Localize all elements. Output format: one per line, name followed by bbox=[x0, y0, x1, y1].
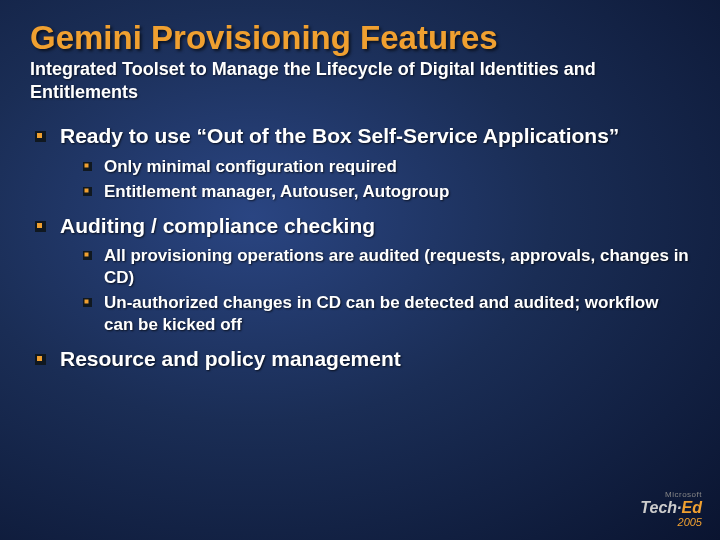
bullet-icon bbox=[83, 298, 92, 307]
list-item: Auditing / compliance checking All provi… bbox=[35, 213, 690, 337]
slide-title: Gemini Provisioning Features bbox=[30, 20, 690, 56]
main-bullet-list: Ready to use “Out of the Box Self-Servic… bbox=[30, 123, 690, 372]
svg-rect-9 bbox=[85, 252, 89, 256]
svg-rect-1 bbox=[37, 133, 42, 138]
list-item: Resource and policy management bbox=[35, 346, 690, 372]
list-item: Ready to use “Out of the Box Self-Servic… bbox=[35, 123, 690, 202]
svg-rect-13 bbox=[37, 356, 42, 361]
bullet-icon bbox=[83, 187, 92, 196]
bullet-icon bbox=[83, 162, 92, 171]
svg-rect-3 bbox=[85, 163, 89, 167]
bullet-text: Resource and policy management bbox=[60, 346, 401, 372]
logo-text-a: Tech· bbox=[640, 499, 681, 516]
list-item: Only minimal configuration required bbox=[83, 156, 690, 178]
bullet-text: Only minimal configuration required bbox=[104, 156, 397, 178]
bullet-text: Un-authorized changes in CD can be detec… bbox=[104, 292, 690, 336]
svg-rect-7 bbox=[37, 223, 42, 228]
svg-rect-11 bbox=[85, 300, 89, 304]
list-item: All provisioning operations are audited … bbox=[83, 245, 690, 289]
list-item: Entitlement manager, Autouser, Autogroup bbox=[83, 181, 690, 203]
bullet-text: All provisioning operations are audited … bbox=[104, 245, 690, 289]
logo-year: 2005 bbox=[640, 517, 702, 528]
logo-text-b: Ed bbox=[682, 499, 702, 516]
bullet-text: Ready to use “Out of the Box Self-Servic… bbox=[60, 123, 619, 149]
bullet-icon bbox=[35, 221, 46, 232]
slide-subtitle: Integrated Toolset to Manage the Lifecyc… bbox=[30, 58, 690, 103]
svg-rect-5 bbox=[85, 188, 89, 192]
bullet-text: Entitlement manager, Autouser, Autogroup bbox=[104, 181, 449, 203]
logo-brand-main: Tech·Ed bbox=[640, 500, 702, 516]
bullet-icon bbox=[35, 131, 46, 142]
sub-bullet-list: Only minimal configuration required Enti… bbox=[35, 156, 690, 203]
sub-bullet-list: All provisioning operations are audited … bbox=[35, 245, 690, 336]
bullet-text: Auditing / compliance checking bbox=[60, 213, 375, 239]
bullet-icon bbox=[83, 251, 92, 260]
logo-brand-top: Microsoft bbox=[640, 491, 702, 499]
footer-logo: Microsoft Tech·Ed 2005 bbox=[640, 491, 702, 528]
bullet-icon bbox=[35, 354, 46, 365]
list-item: Un-authorized changes in CD can be detec… bbox=[83, 292, 690, 336]
